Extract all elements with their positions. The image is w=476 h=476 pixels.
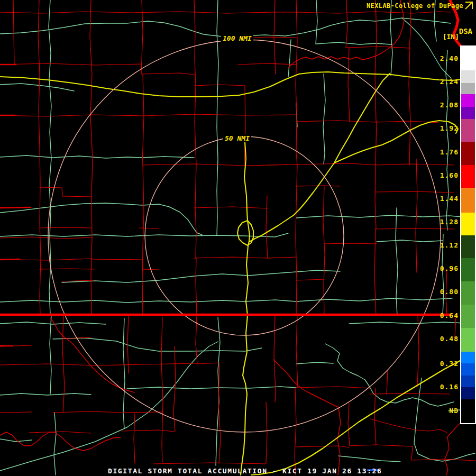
county-border-line	[296, 446, 349, 447]
county-border-line	[194, 0, 196, 258]
radar-display: 2.402.242.081.921.761.601.441.281.120.96…	[0, 0, 476, 476]
colorbar-segment	[461, 376, 475, 387]
secondary-road-line	[0, 393, 91, 395]
colorbar-segment	[461, 119, 475, 142]
secondary-road-line	[123, 318, 125, 428]
county-border-line	[374, 388, 376, 445]
county-border-line	[296, 279, 324, 280]
county-border-line	[346, 47, 410, 48]
colorbar-tick-label: 2.24	[440, 78, 459, 86]
primary-road-line	[251, 353, 475, 475]
units-label: [IN]	[443, 33, 459, 41]
county-border-line	[376, 228, 454, 229]
county-border-line	[295, 388, 296, 475]
county-border-line	[62, 315, 65, 413]
secondary-road-line	[390, 0, 392, 76]
county-border-line	[0, 237, 91, 239]
colorbar-tick-label: 1.12	[440, 241, 459, 250]
colorbar-segment	[461, 165, 475, 188]
river-line	[288, 0, 404, 68]
product-code-label: DSA	[459, 27, 472, 35]
county-border-line	[416, 159, 417, 272]
colorbar-segment	[461, 235, 475, 258]
colorbar-tick-label: 0.16	[440, 383, 459, 391]
primary-road-line	[237, 221, 253, 245]
secondary-road-line	[127, 387, 296, 389]
range-ring-label-50nmi: 50 NMI	[223, 134, 251, 142]
primary-road-line	[241, 246, 248, 475]
county-border-line	[218, 364, 221, 463]
colorbar-tick-label: 0.80	[440, 288, 459, 296]
colorbar-tick-label: 1.76	[440, 148, 459, 157]
county-border-line	[296, 163, 454, 165]
secondary-road-line	[377, 240, 443, 242]
river-line	[337, 407, 341, 475]
reflectivity-color-scale	[460, 45, 476, 424]
county-border-line	[143, 164, 296, 166]
colorbar-tick-label: 0.32	[440, 360, 459, 368]
secondary-road-line	[446, 50, 448, 230]
colorbar-tick-label: 1.60	[440, 171, 459, 180]
county-border-line	[38, 0, 41, 314]
county-border-line	[387, 370, 388, 394]
colorbar-tick-label: 1.92	[440, 124, 459, 133]
county-border-line	[296, 315, 298, 388]
county-border-line	[19, 259, 91, 260]
colorbar-segment	[461, 142, 475, 165]
county-border-line	[40, 187, 91, 197]
county-border-line	[197, 363, 219, 364]
county-border-line	[266, 402, 267, 463]
county-border-line	[296, 12, 451, 13]
secondary-road-line	[338, 456, 400, 462]
county-border-line	[139, 228, 159, 228]
county-border-line	[346, 0, 347, 48]
county-border-line	[173, 346, 176, 431]
county-border-line	[374, 229, 376, 316]
county-border-line	[196, 258, 197, 315]
secondary-road-line	[0, 322, 106, 324]
county-border-line	[349, 445, 413, 446]
county-border-line	[0, 363, 197, 365]
colorbar-segment	[461, 352, 475, 363]
county-border-line	[142, 73, 194, 75]
county-border-line	[375, 0, 377, 122]
colorbar-segment	[461, 83, 475, 94]
colorbar-segment	[461, 399, 475, 422]
county-border-line	[122, 430, 175, 432]
county-border-line	[376, 191, 454, 193]
secondary-road-line	[0, 342, 218, 471]
secondary-road-line	[296, 362, 333, 364]
secondary-road-line	[0, 233, 288, 237]
colorbar-tick-label: 0.64	[440, 312, 459, 320]
county-border-line	[267, 257, 296, 258]
county-border-line	[142, 74, 144, 165]
range-ring-label-100nmi: 100 NMI	[221, 34, 253, 42]
colorbar-segment	[461, 213, 475, 235]
county-border-line	[0, 12, 296, 13]
colorbar-segment	[461, 258, 475, 281]
county-border-line	[29, 432, 91, 433]
county-border-line	[370, 419, 447, 433]
colorbar-segment	[461, 94, 475, 107]
secondary-road-line	[0, 298, 452, 303]
county-border-line	[142, 165, 144, 314]
colorbar-segment	[461, 281, 475, 305]
county-border-line	[40, 269, 94, 269]
county-border-line	[375, 166, 376, 229]
county-border-line	[91, 259, 143, 260]
colorbar-segment	[461, 188, 475, 213]
colorbar-segment	[461, 363, 475, 376]
county-border-line	[194, 207, 267, 208]
colorbar-tick-label: ND	[449, 407, 459, 415]
county-border-line	[266, 196, 268, 258]
county-border-line	[296, 387, 370, 388]
county-border-line	[348, 403, 350, 446]
county-border-line	[0, 412, 32, 413]
brand-text: NEXLAB-College of DuPage	[367, 2, 463, 10]
county-border-line	[274, 315, 276, 402]
county-border-line	[53, 411, 162, 413]
county-border-line	[0, 259, 19, 260]
river-line	[0, 432, 121, 451]
colorbar-tick-label: 2.08	[440, 101, 459, 109]
colorbar-tick-label: 1.28	[440, 218, 459, 226]
